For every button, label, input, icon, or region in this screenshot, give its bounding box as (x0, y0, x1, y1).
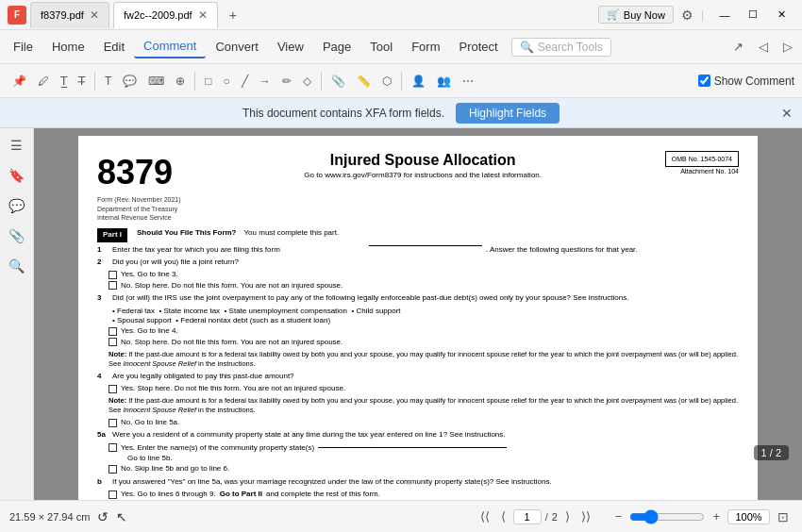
menu-file[interactable]: File (4, 36, 42, 58)
search-tools[interactable]: 🔍 Search Tools (511, 38, 611, 57)
show-comment-checkbox[interactable] (698, 75, 710, 87)
tab-fw2c-close[interactable]: ✕ (198, 8, 208, 22)
tool-measure[interactable]: 📏 (352, 72, 376, 91)
line4-yes-checkbox[interactable] (109, 385, 117, 393)
line3-yes-checkbox[interactable] (109, 327, 117, 336)
share-icon[interactable]: ↗ (727, 36, 749, 58)
sidebar-search-icon[interactable]: 🔍 (6, 255, 28, 277)
tool-sticky-note[interactable]: 📌 (8, 72, 31, 91)
page-last-button[interactable]: ⟩⟩ (577, 507, 594, 525)
tool-oval[interactable]: ○ (219, 72, 235, 91)
zoom-in-button[interactable]: + (709, 507, 724, 525)
form-omb-block: OMB No. 1545-0074 Attachment No. 104 (665, 151, 739, 223)
note1-italic: Innocent Spouse Relief (123, 359, 196, 368)
line5a-text: Were you a resident of a community prope… (112, 430, 739, 440)
tool-line[interactable]: ╱ (237, 72, 253, 91)
tool-pencil[interactable]: ✏ (277, 72, 296, 91)
sidebar-bookmark-icon[interactable]: 🔖 (6, 164, 28, 187)
line3-row: 3 Did (or will) the IRS use the joint ov… (97, 293, 739, 303)
xfa-banner: This document contains XFA form fields. … (0, 98, 802, 128)
zoom-slider[interactable] (629, 509, 705, 524)
menu-page[interactable]: Page (313, 36, 360, 58)
line2-no-checkbox[interactable] (109, 281, 117, 290)
tool-attach[interactable]: 📎 (326, 72, 350, 91)
minimize-button[interactable]: — (711, 7, 738, 24)
back-icon[interactable]: ◁ (753, 36, 774, 58)
tab-fw2c[interactable]: fw2c--2009.pdf ✕ (113, 2, 218, 28)
tool-collaborate[interactable]: 👥 (432, 72, 456, 91)
forward-icon[interactable]: ▷ (777, 36, 798, 58)
tool-highlight[interactable]: 🖊 (33, 72, 54, 91)
tool-typewriter[interactable]: ⌨ (143, 72, 169, 91)
page-prev-button[interactable]: ⟨ (497, 507, 510, 525)
sidebar-comment-icon[interactable]: 💬 (6, 194, 28, 217)
line5b-yes-end: and complete the rest of this form. (266, 490, 380, 499)
tool-more[interactable]: ⋯ (458, 72, 478, 91)
menu-protect[interactable]: Protect (449, 36, 507, 58)
line5b-num: b (97, 477, 109, 487)
tool-eraser[interactable]: ◇ (298, 72, 316, 91)
fullscreen-button[interactable]: ⊡ (774, 507, 793, 526)
line3-text: Did (or will) the IRS use the joint over… (112, 293, 739, 303)
tool-strikethrough[interactable]: T̶ (74, 72, 90, 91)
add-tab-button[interactable]: + (222, 4, 244, 26)
line1-text: Enter the tax year for which you are fil… (112, 245, 365, 255)
line1-input[interactable] (369, 245, 482, 246)
page-number-input[interactable] (513, 509, 542, 524)
pdf-page: 8379 Form (Rev. November 2021) Departmen… (78, 136, 758, 500)
page-total: 2 (552, 511, 558, 523)
page-separator: / (545, 511, 548, 523)
line5a-state-input[interactable] (318, 447, 507, 448)
tab-f8379-close[interactable]: ✕ (90, 8, 99, 22)
xfa-close-button[interactable]: ✕ (781, 106, 793, 121)
tool-underline[interactable]: T̲ (56, 72, 72, 91)
page-first-button[interactable]: ⟨⟨ (476, 507, 493, 525)
rotation-icon[interactable]: ↺ (97, 509, 109, 524)
menu-convert[interactable]: Convert (206, 36, 268, 58)
line2-yes-checkbox[interactable] (109, 271, 117, 279)
line5a-num: 5a (97, 430, 109, 440)
line5a-yes: Yes. Enter the name(s) of the community … (109, 443, 739, 453)
page-next-button[interactable]: ⟩ (561, 507, 574, 525)
tool-rectangle[interactable]: □ (200, 72, 216, 91)
form-title: Injured Spouse Allocation (191, 151, 656, 171)
show-comment-toggle[interactable]: Show Comment (698, 75, 794, 88)
buy-now-button[interactable]: 🛒 Buy Now (598, 6, 674, 24)
line5a-yes-checkbox[interactable] (109, 443, 117, 452)
line3-no-checkbox[interactable] (109, 338, 117, 346)
cursor-icon[interactable]: ↖ (116, 509, 127, 524)
menu-edit[interactable]: Edit (94, 36, 134, 58)
note2: Note: If the past-due amount is for a fe… (109, 396, 739, 415)
menu-form[interactable]: Form (402, 36, 449, 58)
form-attachment: Attachment No. 104 (665, 167, 739, 175)
menu-comment[interactable]: Comment (134, 35, 206, 58)
line4-no-checkbox[interactable] (109, 419, 117, 427)
tool-area[interactable]: ⬡ (377, 72, 396, 91)
zoom-percent-input[interactable] (727, 509, 770, 524)
line5a-no-checkbox[interactable] (109, 465, 117, 474)
line5a-no-label: No. Skip line 5b and go to line 6. (121, 464, 229, 474)
form-header: 8379 Form (Rev. November 2021) Departmen… (97, 151, 739, 223)
line5b-yes-checkbox[interactable] (109, 490, 117, 499)
maximize-button[interactable]: ☐ (740, 7, 766, 24)
nav-controls: ⟨⟨ ⟨ / 2 ⟩ ⟩⟩ (476, 507, 594, 525)
close-button[interactable]: ✕ (768, 7, 794, 24)
menu-tool[interactable]: Tool (360, 36, 402, 58)
scroll-right-arrow[interactable]: ▶ (792, 307, 802, 322)
sidebar-attach-icon[interactable]: 📎 (6, 224, 28, 247)
sidebar-nav-icon[interactable]: ☰ (6, 134, 28, 157)
tool-stamp[interactable]: ⊕ (171, 72, 190, 91)
note2-label: Note: (109, 396, 126, 405)
menu-home[interactable]: Home (42, 36, 94, 58)
highlight-fields-button[interactable]: Highlight Fields (456, 103, 560, 124)
settings-icon[interactable]: ⚙ (681, 8, 693, 23)
line3-no: No. Stop here. Do not file this form. Yo… (109, 338, 739, 347)
tool-arrow[interactable]: → (255, 72, 276, 91)
tool-comment[interactable]: 👤 (407, 72, 430, 91)
scroll-left-arrow[interactable]: ◀ (68, 307, 78, 322)
menu-view[interactable]: View (268, 36, 313, 58)
tool-text-box[interactable]: T (100, 72, 116, 91)
tool-callout[interactable]: 💬 (118, 72, 142, 91)
zoom-out-button[interactable]: − (611, 507, 627, 525)
tab-f8379[interactable]: f8379.pdf ✕ (30, 2, 109, 28)
